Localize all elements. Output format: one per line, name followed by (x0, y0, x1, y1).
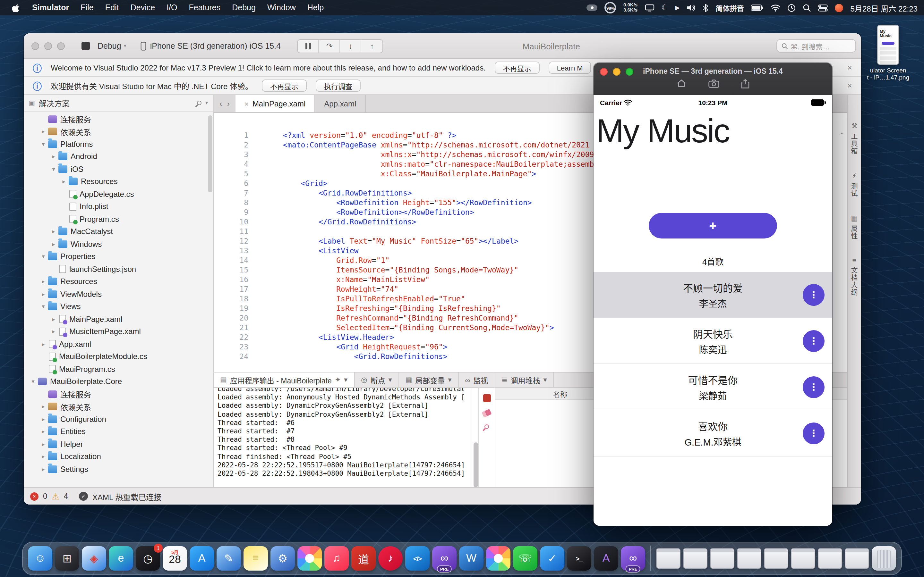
zoom-button[interactable] (57, 42, 65, 50)
tree-item[interactable]: ▸ViewModels (24, 288, 213, 300)
chevron-right-icon[interactable]: ▸ (39, 404, 47, 410)
right-tab-工具箱[interactable]: ⚒工具箱 (850, 122, 859, 155)
minimized-window[interactable] (656, 548, 680, 569)
battery-icon[interactable] (751, 5, 764, 11)
close-notification-icon[interactable]: × (847, 81, 852, 90)
dock-icon-devtools[interactable]: ⚙ (270, 546, 295, 571)
wifi-icon[interactable] (771, 4, 780, 11)
chevron-right-icon[interactable]: ▸ (49, 153, 58, 160)
minimized-window[interactable] (818, 548, 842, 569)
chevron-right-icon[interactable]: ▸ (49, 316, 58, 322)
tree-item[interactable]: ▸Android (24, 150, 213, 163)
bottom-tab[interactable]: ≣调用堆栈▾ (495, 372, 554, 387)
learn-more-button[interactable]: Learn M (549, 61, 591, 74)
menu-datetime[interactable]: 5月28日 周六 22:23 (851, 2, 918, 13)
dock-icon-dark-dev-app[interactable]: A (594, 546, 618, 571)
menu-item-features[interactable]: Features (183, 0, 226, 15)
chevron-right-icon[interactable]: ▸ (39, 416, 47, 422)
device-selector[interactable]: iPhone SE (3rd generation) iOS 15.4 (141, 41, 281, 50)
tree-item[interactable]: ▸Helper (24, 438, 213, 450)
menu-item-file[interactable]: File (75, 0, 99, 15)
menu-item-debug[interactable]: Debug (226, 0, 262, 15)
focus-moon-icon[interactable]: ☾ (661, 3, 668, 12)
chevron-right-icon[interactable]: ▸ (39, 466, 47, 472)
tree-item[interactable]: 连接服务 (24, 388, 213, 400)
network-speed[interactable]: 0.0K/s3.6K/s (624, 2, 638, 13)
tree-item[interactable]: ▸依赖关系 (24, 125, 213, 138)
menu-item-help[interactable]: Help (302, 0, 330, 15)
tree-item[interactable]: ▸App.xaml (24, 338, 213, 350)
chevron-down-icon[interactable]: ▾ (49, 166, 58, 172)
display-icon[interactable] (645, 3, 654, 12)
song-options-button[interactable]: ⋮ (803, 422, 825, 444)
dock-icon-music[interactable]: ♫ (325, 546, 349, 571)
screenshot-icon[interactable] (708, 79, 719, 91)
minimized-window[interactable] (764, 548, 788, 569)
menu-item-window[interactable]: Window (262, 0, 302, 15)
tree-item[interactable]: ▸Resources (24, 276, 213, 288)
dock-icon-visual-studio-preview-2[interactable]: ∞PRE (621, 546, 645, 571)
editor-scrollbar[interactable]: ▴ (838, 128, 846, 138)
home-icon[interactable] (676, 79, 687, 91)
output-scrollbar[interactable] (472, 388, 478, 487)
step-out-button[interactable]: ↑ (362, 39, 383, 52)
dock-icon-visual-studio-preview[interactable]: ∞PRE (432, 546, 457, 571)
chevron-right-icon[interactable]: ▸ (60, 179, 68, 185)
dock-icon-terminal[interactable]: >_ (567, 546, 591, 571)
minimized-window[interactable] (710, 548, 734, 569)
dock-icon-launchpad[interactable]: ⊞ (55, 546, 79, 571)
close-tab-icon[interactable]: × (244, 100, 249, 107)
chevron-right-icon[interactable]: ▸ (39, 341, 47, 348)
dock-icon-netease-music[interactable]: ♪ (378, 546, 403, 571)
tree-item[interactable]: ▸Entities (24, 425, 213, 438)
tab-MainPage.xaml[interactable]: ×MainPage.xaml (236, 95, 315, 112)
chevron-right-icon[interactable]: ▸ (39, 454, 47, 460)
tree-item[interactable]: MauiProgram.cs (24, 363, 213, 376)
chevron-down-icon[interactable]: ▾ (39, 253, 47, 260)
chevron-right-icon[interactable]: ▸ (49, 241, 58, 247)
tree-item[interactable]: ▾iOS (24, 163, 213, 175)
chevron-right-icon[interactable]: ▸ (39, 441, 47, 448)
debug-config-dropdown[interactable]: Debug▾ (97, 41, 126, 50)
tree-item[interactable]: ▸MusicItemPage.xaml (24, 326, 213, 338)
minimize-button[interactable] (44, 42, 52, 50)
dock-icon-edge[interactable]: e (109, 546, 133, 571)
zoom-button[interactable] (626, 68, 633, 76)
dock-icon-safari[interactable]: ◈ (82, 546, 106, 571)
add-song-button[interactable]: + (649, 213, 777, 239)
song-row[interactable]: 可惜不是你梁静茹⋮ (594, 364, 832, 410)
nav-forward-icon[interactable]: › (227, 99, 230, 108)
output-pane[interactable]: Loaded assembly: /Users/xamarin/Library/… (214, 388, 472, 487)
minimize-button[interactable] (613, 68, 620, 76)
chevron-down-icon[interactable]: ▾ (29, 379, 37, 385)
tree-item[interactable]: ▸Windows (24, 238, 213, 250)
dock-icon-photos[interactable] (297, 546, 322, 571)
time-machine-icon[interactable] (788, 3, 796, 12)
song-row[interactable]: 不顾一切的爱李圣杰⋮ (594, 272, 832, 318)
tree-item[interactable]: ▾Properties (24, 250, 213, 263)
tree-item[interactable]: launchSettings.json (24, 263, 213, 276)
apple-menu[interactable] (6, 0, 26, 15)
volume-icon[interactable] (687, 4, 696, 11)
song-row[interactable]: 喜欢你G.E.M.邓紫棋⋮ (594, 410, 832, 456)
bottom-tab[interactable]: ∞监视 (459, 372, 495, 387)
right-tab-文档大纲[interactable]: ≡文档大纲 (850, 256, 859, 296)
minimized-window[interactable] (845, 548, 869, 569)
song-options-button[interactable]: ⋮ (803, 376, 825, 398)
menu-item-edit[interactable]: Edit (99, 0, 125, 15)
vs-titlebar[interactable]: Debug▾ iPhone SE (3rd generation) iOS 15… (24, 33, 861, 59)
status-app-icon[interactable] (835, 3, 843, 12)
minimized-window[interactable] (791, 548, 815, 569)
dock-icon-notes[interactable]: ≡ (244, 546, 268, 571)
dock-icon-calendar[interactable]: 5月28 (163, 546, 187, 571)
dock-icon-color-wheel[interactable] (486, 546, 510, 571)
simulator-titlebar[interactable]: iPhone SE — 3rd generation — iOS 15.4 (594, 63, 832, 95)
chevron-right-icon[interactable]: ▸ (49, 229, 58, 235)
tree-item[interactable]: Info.plist (24, 200, 213, 213)
chevron-right-icon[interactable]: ▸ (39, 429, 47, 435)
chevron-down-icon[interactable]: ▾ (205, 100, 208, 106)
sidebar-scrollbar[interactable] (208, 115, 212, 192)
right-tab-测试[interactable]: ⚡测试 (850, 171, 859, 197)
dock-icon-word[interactable]: W (459, 546, 483, 571)
bottom-tab[interactable]: ◎断点▾ (355, 372, 399, 387)
